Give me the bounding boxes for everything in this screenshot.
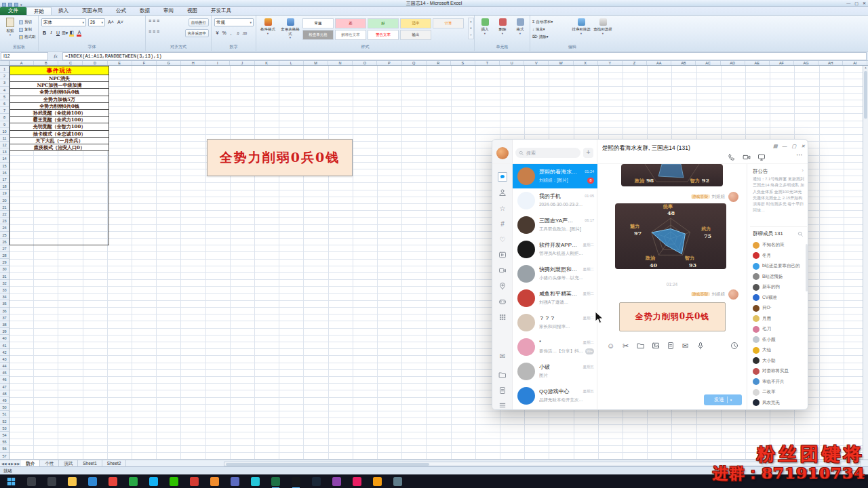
- row-header[interactable]: 51: [0, 411, 9, 418]
- ribbon-tab[interactable]: 视图: [180, 7, 204, 15]
- taskbar-app-icon[interactable]: [373, 477, 382, 486]
- delete-cells-button[interactable]: 删除▾: [494, 17, 511, 45]
- event-table-row[interactable]: 瘟疫模式（治安人口0）: [10, 144, 108, 150]
- chat-list-item[interactable]: 小破 星期五 图片: [513, 359, 597, 384]
- column-header[interactable]: AH: [818, 61, 843, 65]
- column-header[interactable]: F: [132, 61, 157, 65]
- taskbar-app-icon[interactable]: [129, 477, 138, 486]
- column-header[interactable]: V: [524, 61, 549, 65]
- row-header[interactable]: 25: [0, 232, 9, 239]
- qq-close-button[interactable]: ✕: [801, 143, 805, 150]
- chat-list-item[interactable]: 软件开发APP开发 星期二 管理员A:机器人刚拒绝了…: [513, 237, 597, 262]
- column-header[interactable]: U: [500, 61, 524, 65]
- sort-filter-button[interactable]: 排序和筛选▾: [571, 17, 591, 45]
- event-result-image[interactable]: 全势力削弱0兵0钱: [619, 302, 726, 331]
- chat-list-item[interactable]: 咸鱼和平精英主播… 星期二 刘强A了邀请…: [513, 286, 597, 310]
- row-header[interactable]: 44: [0, 363, 9, 369]
- font-name-select[interactable]: 宋体▾: [41, 18, 86, 26]
- member-item[interactable]: 依小颜: [747, 335, 808, 346]
- copy-button[interactable]: 复制: [19, 26, 38, 33]
- send-options-icon[interactable]: ▾: [730, 398, 732, 402]
- member-item[interactable]: B站运预扬: [747, 272, 808, 283]
- contacts-icon[interactable]: [498, 188, 507, 197]
- column-header[interactable]: S: [451, 61, 475, 65]
- chat-list-item[interactable]: 快骑刘慧照和平精… 星期二 小猪の头像等…以充电脑…: [513, 262, 597, 286]
- history-icon[interactable]: [730, 342, 738, 350]
- row-header[interactable]: 41: [0, 342, 9, 349]
- maximize-button[interactable]: ▢: [854, 0, 859, 7]
- taskbar-app-icon[interactable]: [312, 477, 321, 486]
- member-item[interactable]: 二改革: [747, 387, 808, 398]
- sender-avatar[interactable]: [728, 289, 738, 300]
- member-item[interactable]: b站还是要靠自己的: [747, 261, 808, 272]
- sheet-tab[interactable]: Sheet2: [102, 460, 127, 466]
- column-header[interactable]: L: [279, 61, 304, 65]
- column-header[interactable]: M: [304, 61, 328, 65]
- number-buttons[interactable]: ¥%,.0.00: [214, 29, 248, 37]
- member-item[interactable]: 对套称将实且: [747, 366, 808, 377]
- column-header[interactable]: E: [108, 61, 132, 65]
- wrap-text-button[interactable]: 自动换行: [189, 18, 209, 26]
- start-button[interactable]: [7, 477, 16, 486]
- member-item[interactable]: 市临不开兵: [747, 377, 808, 388]
- member-item[interactable]: 不知名的策: [747, 240, 808, 251]
- sheet-tab[interactable]: 个性: [40, 460, 59, 466]
- row-header[interactable]: 56: [0, 445, 9, 452]
- sheet-tab[interactable]: 防介: [21, 460, 40, 466]
- row-header[interactable]: 48: [0, 390, 9, 397]
- mic-icon[interactable]: [696, 342, 705, 350]
- row-header[interactable]: 11: [0, 135, 9, 142]
- qq-maximize-button[interactable]: ▢: [792, 143, 797, 150]
- row-header[interactable]: 7: [0, 107, 9, 114]
- row-header[interactable]: 47: [0, 384, 9, 390]
- vertical-align-buttons[interactable]: ≡ ≡ ≡: [149, 18, 159, 23]
- fill-button[interactable]: ↓填充 ▾: [532, 26, 569, 33]
- ribbon-tab[interactable]: 审阅: [157, 7, 180, 15]
- cell-style-option[interactable]: 计算: [433, 18, 464, 28]
- event-table-row[interactable]: NPC消失: [10, 75, 108, 81]
- event-table-row[interactable]: 天下大乱（一月齐兵）: [10, 137, 108, 144]
- cut-button[interactable]: 剪切: [19, 18, 38, 26]
- envelope-icon[interactable]: ✉: [681, 342, 690, 350]
- merge-center-button[interactable]: 合并后居中: [185, 29, 210, 37]
- autosum-button[interactable]: Σ自动求和 ▾: [532, 18, 569, 26]
- italic-button[interactable]: I: [48, 29, 54, 37]
- event-table-row[interactable]: 全势力加钱5万: [10, 96, 108, 102]
- column-header[interactable]: H: [181, 61, 205, 65]
- messages-icon[interactable]: [498, 172, 507, 182]
- sheet-tab[interactable]: Sheet1: [78, 460, 102, 466]
- image-icon[interactable]: [651, 342, 660, 350]
- row-header[interactable]: 34: [0, 293, 9, 300]
- event-table-row[interactable]: 抽卡模式（全忠诚100）: [10, 130, 108, 137]
- ribbon-tab[interactable]: 公式: [109, 7, 133, 15]
- column-header[interactable]: AI: [843, 61, 867, 65]
- scrollbar-thumb[interactable]: [864, 71, 867, 119]
- format-as-table-button[interactable]: 套用表格格式▾: [279, 17, 301, 45]
- event-table-row[interactable]: 全势力削弱0兵0钱: [10, 102, 108, 109]
- taskbar-app-icon[interactable]: [210, 477, 219, 486]
- video-call-icon[interactable]: [743, 153, 751, 162]
- insert-cells-button[interactable]: 插入▾: [477, 17, 493, 45]
- column-header[interactable]: J: [230, 61, 254, 65]
- row-header[interactable]: 20: [0, 197, 9, 204]
- row-header[interactable]: 22: [0, 211, 9, 218]
- ribbon-tab[interactable]: 开始: [26, 7, 52, 15]
- message-area[interactable]: 政治98智力92 游戏答疑刘姐姐 统率 48: [597, 164, 747, 339]
- row-header[interactable]: 2: [0, 73, 9, 79]
- taskbar-app-icon[interactable]: [47, 477, 56, 486]
- cell-style-option[interactable]: 差: [335, 18, 366, 28]
- document-icon[interactable]: [498, 386, 507, 395]
- taskbar-app-icon[interactable]: [149, 477, 158, 486]
- taskbar-app-icon[interactable]: [251, 477, 260, 486]
- column-header[interactable]: AD: [721, 61, 745, 65]
- row-header[interactable]: 30: [0, 266, 9, 272]
- event-table[interactable]: 事件玩法 NPC消失NPC加强—中级加满全势力削弱0兵0钱全势力加钱5万全势力削…: [9, 66, 109, 151]
- row-header[interactable]: 4: [0, 87, 9, 94]
- column-header[interactable]: G: [157, 61, 181, 65]
- font-size-select[interactable]: 26▾: [88, 18, 105, 26]
- cell-style-option[interactable]: 好: [368, 18, 399, 28]
- borders-button[interactable]: ⊞▾: [62, 29, 68, 37]
- camera-icon[interactable]: [498, 266, 507, 275]
- row-header[interactable]: 28: [0, 252, 9, 259]
- row-header[interactable]: 19: [0, 190, 9, 197]
